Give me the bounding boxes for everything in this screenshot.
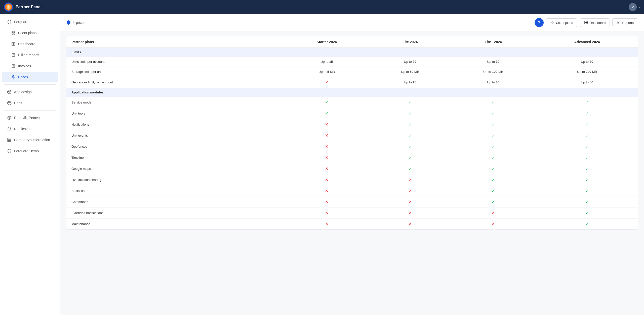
check-icon: ✓ (409, 167, 412, 171)
topbar: Partner Panel V ▾ (0, 0, 644, 14)
sidebar-item-billing-reports-label: Billing reports (18, 53, 39, 57)
breadcrumb-separator: / (73, 21, 74, 25)
sidebar-item-forguard[interactable]: Forguard (2, 17, 58, 27)
header-actions: ? Client plans Dashboard (535, 18, 638, 27)
table-row: Service mode✓✓✓✓ (66, 97, 638, 108)
reports-btn-label: Reports (622, 21, 634, 25)
sidebar-item-dashboard[interactable]: Dashboard (2, 39, 58, 49)
sidebar-item-units[interactable]: Units (2, 98, 58, 108)
app-logo: Partner Panel (4, 3, 42, 12)
sidebar-divider-2 (4, 110, 56, 111)
sidebar-item-app-design-label: App design (14, 90, 32, 94)
svg-point-20 (10, 91, 10, 92)
grid-icon (11, 31, 16, 35)
svg-point-25 (9, 117, 10, 119)
logo-icon (4, 3, 13, 12)
sidebar-item-dashboard-label: Dashboard (18, 42, 35, 46)
table-row: Google maps✕✓✓✓ (66, 163, 638, 174)
sidebar-item-billing-reports[interactable]: Billing reports (2, 50, 58, 60)
cross-icon: ✕ (325, 155, 328, 160)
layout: Forguard Client plans Dashboard (0, 14, 644, 315)
check-icon: ✓ (409, 100, 412, 104)
shield-icon (7, 20, 12, 24)
client-plans-button[interactable]: Client plans (546, 18, 577, 27)
svg-rect-7 (14, 42, 15, 44)
sidebar-item-prices[interactable]: $ Prices (2, 72, 58, 82)
sidebar-item-company-info-label: Company's information (14, 138, 50, 142)
col-feature-header: Partner plans (66, 36, 284, 48)
breadcrumb: / prices (66, 20, 85, 25)
svg-rect-2 (12, 31, 13, 33)
table-row: Storage limit, per unitUp to 5 MBUp to 5… (66, 67, 638, 77)
wheel-icon (7, 116, 12, 120)
check-icon: ✓ (585, 133, 589, 138)
palette-icon (7, 90, 12, 94)
table-row: Units limit, per accountUp to 15Up to 20… (66, 57, 638, 67)
check-icon: ✓ (492, 111, 495, 116)
sidebar-item-notifications[interactable]: Notifications (2, 124, 58, 134)
check-icon: ✓ (492, 167, 495, 171)
sidebar-item-invoices-label: Invoices (18, 64, 31, 68)
client-plans-btn-label: Client plans (556, 21, 573, 25)
check-icon: ✓ (585, 211, 589, 215)
sidebar-item-company-info[interactable]: Company's information (2, 135, 58, 145)
table-section-row: Application modules (66, 88, 638, 97)
sidebar-item-units-label: Units (14, 101, 22, 105)
avatar[interactable]: V (629, 3, 637, 11)
table-row: Unit tools✓✓✓✓ (66, 108, 638, 119)
sidebar-item-forguard-demo[interactable]: Forguard Demo (2, 146, 58, 156)
check-icon: ✓ (585, 155, 589, 160)
col-lite-plus-header: Lite+ 2024 (450, 36, 536, 48)
check-icon: ✓ (409, 133, 412, 138)
check-icon: ✓ (409, 155, 412, 160)
table-row: Commands✕✕✓✓ (66, 196, 638, 207)
cross-icon: ✕ (409, 178, 412, 182)
cross-icon: ✕ (325, 167, 328, 171)
svg-rect-9 (14, 44, 15, 45)
cross-icon: ✕ (325, 178, 328, 182)
cross-icon: ✕ (492, 211, 495, 215)
app-title: Partner Panel (16, 5, 42, 9)
cross-icon: ✕ (325, 189, 328, 193)
client-plans-icon (550, 21, 554, 25)
check-icon: ✓ (585, 100, 589, 104)
svg-rect-5 (14, 33, 15, 34)
sidebar-item-app-design[interactable]: App design (2, 87, 58, 97)
check-icon: ✓ (585, 189, 589, 193)
table-row: Maintenance✕✕✕✓ (66, 219, 638, 230)
sidebar-item-ruhavik-label: Ruhavik, Petovik (14, 116, 40, 120)
sidebar-item-client-plans[interactable]: Client plans (2, 28, 58, 38)
cross-icon: ✕ (325, 211, 328, 215)
report-icon (11, 53, 16, 57)
sidebar-item-client-plans-label: Client plans (18, 31, 36, 35)
check-icon: ✓ (585, 200, 589, 204)
table-section-row: Limits (66, 48, 638, 57)
table-container: Partner plans Starter 2024 Lite 2024 Lit… (60, 31, 644, 234)
svg-rect-6 (12, 42, 13, 44)
svg-rect-34 (551, 21, 552, 22)
col-starter-header: Starter 2024 (284, 36, 370, 48)
svg-point-18 (8, 91, 9, 92)
table-icon (7, 138, 12, 142)
svg-rect-35 (553, 21, 554, 22)
sidebar-item-invoices[interactable]: Invoices (2, 61, 58, 71)
table-row: Unit events✕✓✓✓ (66, 130, 638, 141)
cross-icon: ✕ (409, 222, 412, 226)
help-button[interactable]: ? (535, 18, 544, 27)
table-row: Live location sharing✕✕✓✓ (66, 174, 638, 185)
reports-btn-icon (617, 21, 621, 25)
svg-rect-30 (8, 138, 11, 142)
sidebar-item-ruhavik[interactable]: Ruhavik, Petovik (2, 113, 58, 123)
reports-button[interactable]: Reports (612, 18, 638, 27)
check-icon: ✓ (325, 100, 328, 104)
topbar-right: V ▾ (629, 3, 640, 11)
svg-rect-39 (586, 21, 588, 22)
svg-rect-38 (585, 21, 586, 22)
table-row: Statistics✕✕✓✓ (66, 185, 638, 196)
sidebar: Forguard Client plans Dashboard (0, 14, 60, 315)
svg-point-19 (9, 91, 10, 91)
chevron-down-icon[interactable]: ▾ (639, 6, 640, 9)
cross-icon: ✕ (325, 80, 328, 84)
dashboard-button[interactable]: Dashboard (580, 18, 610, 27)
svg-rect-3 (14, 31, 15, 33)
